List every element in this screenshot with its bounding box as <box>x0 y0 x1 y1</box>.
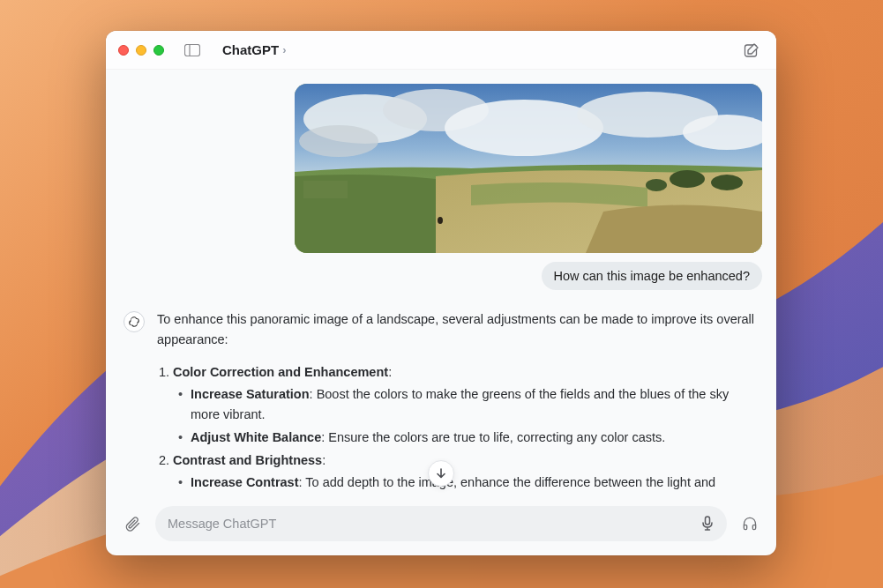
list-subitem: Increase Saturation: Boost the colors to… <box>178 384 755 425</box>
conversation-content: How can this image be enhanced? To enhan… <box>106 70 776 497</box>
titlebar: ChatGPT › <box>106 31 776 70</box>
svg-point-7 <box>445 100 603 156</box>
svg-point-14 <box>438 217 443 224</box>
scroll-to-bottom-button[interactable] <box>428 460 454 487</box>
headphones-icon <box>741 515 759 532</box>
list-subitem: Increase Contrast: To add depth to the i… <box>178 473 755 493</box>
message-composer <box>106 497 776 555</box>
conversation-title: ChatGPT <box>222 42 279 57</box>
list-item-title: Contrast and Brightness <box>173 453 322 467</box>
sidebar-toggle-button[interactable] <box>180 40 205 61</box>
arrow-down-icon <box>435 467 447 480</box>
voice-mode-button[interactable] <box>736 510 764 538</box>
user-message-block: How can this image be enhanced? <box>118 84 764 290</box>
message-input[interactable] <box>168 517 692 531</box>
assistant-list: Color Correction and Enhancement: Increa… <box>157 362 755 493</box>
new-chat-button[interactable] <box>739 38 764 63</box>
svg-point-10 <box>299 125 378 157</box>
chatgpt-logo-icon <box>128 316 140 328</box>
landscape-image <box>295 84 762 253</box>
compose-icon <box>744 42 760 58</box>
voice-input-button[interactable] <box>700 516 715 532</box>
svg-rect-15 <box>303 181 348 198</box>
close-window-button[interactable] <box>118 45 129 56</box>
microphone-icon <box>700 516 715 532</box>
sidebar-icon <box>184 44 200 56</box>
traffic-lights <box>118 45 164 56</box>
user-message-bubble[interactable]: How can this image be enhanced? <box>542 262 762 290</box>
assistant-avatar <box>123 311 145 332</box>
svg-point-11 <box>670 170 705 188</box>
list-item: Color Correction and Enhancement: Increa… <box>173 362 755 448</box>
user-image-attachment[interactable] <box>295 84 762 253</box>
paperclip-icon <box>123 515 141 532</box>
svg-rect-16 <box>706 517 710 525</box>
chevron-right-icon: › <box>282 43 286 56</box>
svg-point-12 <box>711 175 743 190</box>
maximize-window-button[interactable] <box>153 45 164 56</box>
minimize-window-button[interactable] <box>136 45 146 56</box>
attach-file-button[interactable] <box>118 510 146 538</box>
list-item-title: Color Correction and Enhancement <box>173 365 388 379</box>
svg-point-13 <box>646 179 667 191</box>
assistant-message-body: To enhance this panoramic image of a lan… <box>157 309 755 496</box>
message-input-container <box>155 506 727 541</box>
list-subitem: Adjust White Balance: Ensure the colors … <box>178 428 755 448</box>
svg-rect-1 <box>185 44 200 56</box>
conversation-title-dropdown[interactable]: ChatGPT › <box>222 42 287 57</box>
user-message-text: How can this image be enhanced? <box>554 269 750 283</box>
list-item: Contrast and Brightness: Increase Contra… <box>173 450 755 493</box>
app-window: ChatGPT › <box>106 31 776 555</box>
assistant-intro-text: To enhance this panoramic image of a lan… <box>157 309 755 350</box>
